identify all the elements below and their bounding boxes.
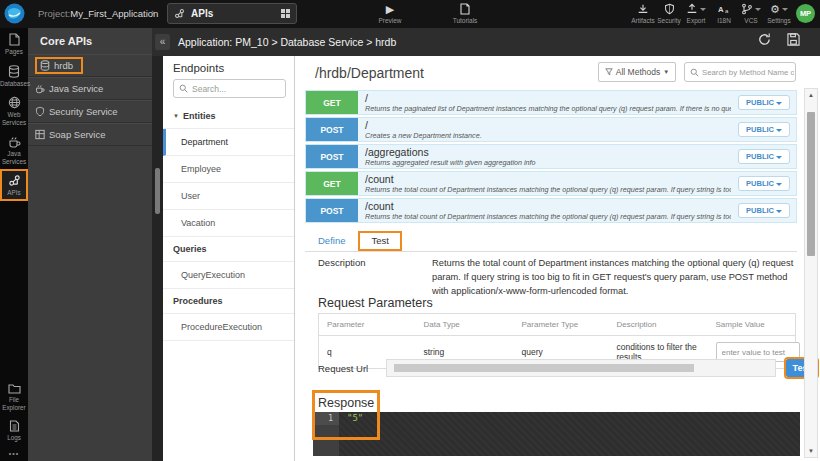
core-apis-title: Core APIs bbox=[28, 28, 152, 54]
endpoints-search[interactable] bbox=[173, 79, 286, 98]
method-description: Returns the total count of Department in… bbox=[365, 212, 731, 221]
workspace-tab-label: APIs bbox=[191, 8, 281, 19]
sidebar-item-databases[interactable]: Databases bbox=[0, 60, 28, 92]
method-row[interactable]: POST / Creates a new Department instance… bbox=[305, 117, 797, 142]
sidebar-item-pages[interactable]: Pages bbox=[0, 28, 28, 60]
core-api-item-soap-service[interactable]: Soap Service bbox=[28, 123, 152, 146]
project-name: My_First_Application bbox=[70, 8, 158, 19]
tutorials-book-icon bbox=[445, 3, 485, 15]
page-title: /hrdb/Department bbox=[315, 65, 424, 81]
method-path: /aggregations bbox=[365, 146, 731, 158]
settings-button[interactable]: ⚙ Settings bbox=[759, 3, 799, 24]
scroll-up-arrow[interactable]: ▲ bbox=[805, 89, 817, 101]
page-icon bbox=[0, 33, 28, 46]
rail-bottom-group: File Explorer Logs ••• bbox=[0, 378, 28, 459]
col-header-sample-value: Sample Value bbox=[708, 314, 796, 336]
database-icon bbox=[0, 65, 28, 78]
user-avatar[interactable]: MP bbox=[796, 4, 815, 23]
sidebar-item-logs[interactable]: Logs bbox=[0, 415, 28, 446]
main-content: /hrdb/Department All Methods ▼ GET / Ret… bbox=[295, 56, 820, 461]
http-verb-badge: GET bbox=[306, 91, 358, 114]
request-parameters-title: Request Parameters bbox=[318, 296, 433, 310]
caret-down-icon: ▼ bbox=[663, 69, 669, 75]
tutorials-button[interactable]: Tutorials bbox=[445, 3, 485, 24]
method-row[interactable]: POST /aggregations Returns aggregated re… bbox=[305, 144, 797, 169]
method-search[interactable] bbox=[684, 62, 796, 82]
core-api-item-java-service[interactable]: Java Service bbox=[28, 77, 152, 100]
main-scrollbar[interactable]: ▲ ▼ bbox=[804, 88, 818, 458]
core-api-item-security-service[interactable]: Security Service bbox=[28, 100, 152, 123]
method-path: /count bbox=[365, 200, 731, 212]
method-info: / Creates a new Department instance. bbox=[358, 118, 738, 141]
panel-gutter bbox=[152, 56, 163, 461]
response-code-editor[interactable]: 1 "5" bbox=[313, 412, 800, 456]
sidebar-item-java-services[interactable]: Java Services bbox=[0, 130, 28, 169]
http-verb-badge: POST bbox=[306, 199, 358, 222]
method-search-input[interactable] bbox=[702, 68, 794, 77]
method-info: / Returns the paginated list of Departme… bbox=[358, 91, 738, 114]
rail-more-button[interactable]: ••• bbox=[0, 446, 28, 459]
scrollbar-thumb[interactable] bbox=[807, 112, 815, 256]
http-verb-badge: POST bbox=[306, 118, 358, 141]
save-button[interactable] bbox=[787, 33, 800, 46]
refresh-button[interactable] bbox=[757, 32, 772, 47]
sidebar-item-file-explorer[interactable]: File Explorer bbox=[0, 378, 28, 415]
access-dropdown[interactable]: PUBLIC bbox=[738, 95, 790, 110]
access-dropdown[interactable]: PUBLIC bbox=[738, 203, 790, 218]
api-node-icon bbox=[174, 8, 185, 19]
scroll-down-arrow[interactable]: ▼ bbox=[805, 445, 817, 457]
method-row[interactable]: POST /count Returns the total count of D… bbox=[305, 198, 797, 223]
rail-label: Databases bbox=[0, 80, 28, 88]
method-row[interactable]: GET / Returns the paginated list of Depa… bbox=[305, 90, 797, 115]
queries-section-header[interactable]: Queries bbox=[163, 237, 294, 262]
collapse-panel-button[interactable]: « bbox=[155, 34, 170, 50]
endpoints-title: Endpoints bbox=[163, 56, 294, 78]
soap-box-icon bbox=[35, 129, 45, 140]
left-icon-rail: Pages Databases Web Services Java Servic… bbox=[0, 28, 28, 461]
log-file-icon bbox=[0, 420, 28, 432]
sidebar-item-apis[interactable]: APIs bbox=[0, 169, 28, 201]
request-url-value-redacted bbox=[394, 364, 694, 372]
workspace-tab-apis[interactable]: APIs bbox=[167, 3, 297, 24]
request-url-field[interactable] bbox=[386, 359, 776, 377]
endpoints-search-input[interactable] bbox=[192, 84, 282, 94]
access-dropdown[interactable]: PUBLIC bbox=[738, 176, 790, 191]
col-header-parameter-type: Parameter Type bbox=[514, 314, 609, 336]
sidebar-item-web-services[interactable]: Web Services bbox=[0, 91, 28, 130]
project-label: Project: bbox=[38, 8, 70, 19]
rail-label: Java Services bbox=[0, 150, 28, 165]
method-info: /aggregations Returns aggregated result … bbox=[358, 145, 738, 168]
endpoint-item-procedureexecution[interactable]: ProcedureExecution bbox=[163, 314, 294, 341]
folder-icon bbox=[0, 383, 28, 394]
svg-text:A: A bbox=[718, 5, 724, 14]
funnel-icon bbox=[605, 68, 613, 76]
caret-down-icon: ▼ bbox=[173, 113, 179, 119]
col-header-parameter: Parameter bbox=[319, 314, 416, 336]
endpoint-item-employee[interactable]: Employee bbox=[163, 156, 294, 183]
entities-section-header[interactable]: ▼Entities bbox=[163, 104, 294, 129]
access-label: PUBLIC bbox=[746, 125, 774, 134]
endpoint-item-user[interactable]: User bbox=[163, 183, 294, 210]
rail-label: APIs bbox=[2, 189, 26, 197]
caret-down-icon bbox=[776, 129, 782, 132]
workspace-grid-icon[interactable] bbox=[281, 9, 290, 18]
endpoint-item-queryexecution[interactable]: QueryExecution bbox=[163, 262, 294, 289]
project-title: Project:My_First_Application bbox=[38, 8, 158, 19]
preview-label: Preview bbox=[370, 17, 410, 24]
endpoint-item-vacation[interactable]: Vacation bbox=[163, 210, 294, 237]
description-label: Description bbox=[318, 257, 366, 268]
endpoints-scrollbar-thumb[interactable] bbox=[155, 168, 160, 214]
hrdb-highlight-box: hrdb bbox=[35, 57, 83, 74]
method-path: /count bbox=[365, 173, 731, 185]
core-api-item-hrdb[interactable]: hrdb bbox=[28, 54, 152, 77]
access-dropdown[interactable]: PUBLIC bbox=[738, 122, 790, 137]
methods-filter-dropdown[interactable]: All Methods ▼ bbox=[598, 62, 676, 82]
tab-test[interactable]: Test bbox=[358, 231, 401, 251]
preview-button[interactable]: ▶ Preview bbox=[370, 3, 410, 24]
tab-define[interactable]: Define bbox=[305, 231, 358, 251]
code-body: "5" bbox=[339, 412, 800, 456]
endpoint-item-department[interactable]: Department bbox=[163, 129, 294, 156]
procedures-section-header[interactable]: Procedures bbox=[163, 289, 294, 314]
access-dropdown[interactable]: PUBLIC bbox=[738, 149, 790, 164]
method-row[interactable]: GET /count Returns the total count of De… bbox=[305, 171, 797, 196]
